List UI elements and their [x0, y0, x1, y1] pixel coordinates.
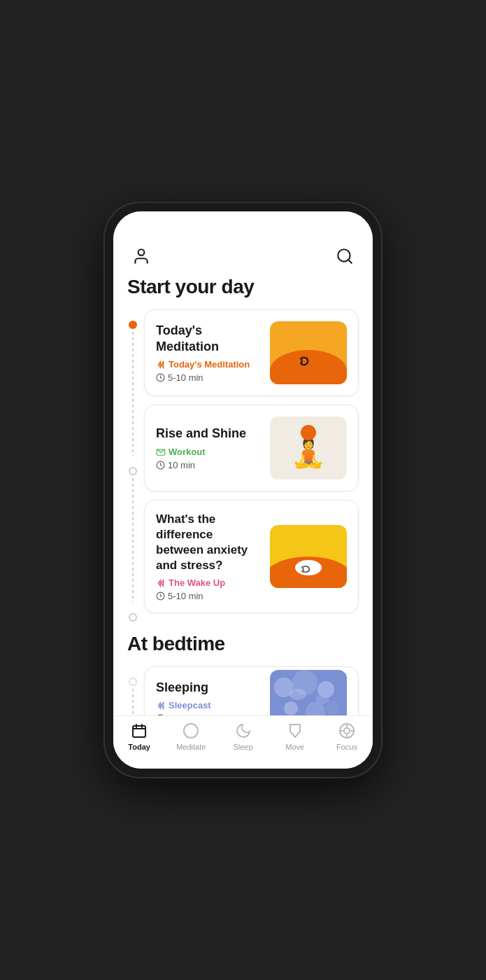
phone-screen: Start your day Today'sMeditation	[113, 211, 373, 769]
svg-point-19	[290, 689, 306, 700]
anxiety-card-meta: The Wake Up	[156, 578, 262, 588]
sleeping-card-image	[270, 670, 347, 715]
svg-point-22	[184, 724, 198, 738]
sleeping-card-title: Sleeping	[156, 680, 262, 696]
timeline-dot-2	[129, 467, 137, 475]
svg-point-16	[284, 701, 298, 715]
anxiety-category: The Wake Up	[169, 578, 225, 588]
meditate-icon	[182, 722, 200, 740]
anxiety-card-image	[270, 525, 347, 588]
search-button[interactable]	[334, 245, 356, 267]
scroll-content: Start your day Today'sMeditation	[113, 276, 373, 715]
svg-point-18	[326, 701, 340, 715]
bedtime-section: At bedtime Sleeping S	[127, 633, 359, 715]
anxiety-card-text: What's the difference between anxiety an…	[156, 512, 270, 601]
bedtime-title: At bedtime	[127, 633, 359, 655]
today-label: Today	[128, 743, 150, 751]
move-icon	[286, 722, 304, 740]
anxiety-face-icon	[295, 560, 322, 575]
meditation-card-meta: Today's Meditation	[156, 359, 262, 370]
meditation-card-image	[270, 321, 347, 384]
bottom-nav: Today Meditate Sleep	[113, 715, 373, 769]
anxiety-duration: 5-10 min	[156, 591, 262, 601]
rise-shine-card-title: Rise and Shine	[156, 426, 262, 442]
bedtime-timeline	[127, 666, 138, 715]
anxiety-card[interactable]: What's the difference between anxiety an…	[144, 500, 359, 613]
meditate-label: Meditate	[176, 743, 206, 751]
svg-marker-23	[290, 724, 300, 737]
today-icon	[130, 722, 148, 740]
meditation-card-text: Today'sMeditation Today's Meditation 5-1…	[156, 323, 270, 384]
sleep-label: Sleep	[233, 743, 252, 751]
timeline-dot-3	[129, 613, 137, 622]
meditation-card-title: Today'sMeditation	[156, 323, 262, 356]
status-bar	[113, 211, 373, 242]
rise-shine-card-meta: Workout	[156, 447, 262, 457]
start-day-title: Start your day	[127, 276, 359, 298]
top-nav	[113, 242, 373, 276]
svg-marker-10	[159, 702, 161, 708]
svg-point-20	[315, 694, 329, 704]
move-label: Move	[285, 743, 304, 751]
nav-sleep[interactable]: Sleep	[217, 722, 269, 751]
meditation-duration-text: 5-10 min	[168, 372, 203, 383]
nav-focus[interactable]: Focus	[321, 722, 373, 751]
bedtime-line	[132, 689, 134, 715]
sleep-icon	[234, 722, 252, 740]
rise-figure-icon: 🧘	[291, 437, 326, 470]
meditation-duration: 5-10 min	[156, 372, 262, 383]
bedtime-cards: Sleeping Sleepcast 5-10 min	[127, 666, 359, 715]
profile-button[interactable]	[130, 245, 152, 267]
nav-today[interactable]: Today	[113, 722, 165, 751]
nav-move[interactable]: Move	[269, 722, 321, 751]
timeline	[127, 309, 138, 622]
timeline-line-2	[132, 478, 134, 602]
rise-circle	[301, 425, 316, 440]
rise-shine-duration-text: 10 min	[168, 460, 195, 470]
meditation-card[interactable]: Today'sMeditation Today's Meditation 5-1…	[144, 309, 359, 396]
rise-shine-card[interactable]: Rise and Shine Workout 10 min	[144, 405, 359, 491]
timeline-line-1	[132, 332, 134, 456]
meditation-face-icon	[296, 354, 321, 372]
svg-rect-21	[133, 726, 145, 737]
phone-frame: Start your day Today'sMeditation	[105, 203, 381, 777]
rise-shine-category: Workout	[169, 447, 205, 457]
timeline-dot-1	[129, 321, 137, 329]
anxiety-card-title: What's the difference between anxiety an…	[156, 512, 262, 573]
rise-shine-card-text: Rise and Shine Workout 10 min	[156, 426, 270, 470]
svg-marker-3	[162, 362, 164, 368]
svg-marker-8	[162, 580, 164, 586]
svg-point-0	[138, 249, 145, 255]
anxiety-duration-text: 5-10 min	[168, 591, 203, 601]
rise-shine-card-image: 🧘	[270, 416, 347, 479]
meditation-category: Today's Meditation	[169, 359, 250, 370]
sleeping-category: Sleepcast	[169, 700, 211, 710]
svg-marker-2	[159, 362, 161, 368]
svg-marker-7	[159, 580, 161, 586]
bedtime-dot	[129, 678, 137, 686]
cards-col: Today'sMeditation Today's Meditation 5-1…	[144, 309, 359, 622]
nav-meditate[interactable]: Meditate	[165, 722, 217, 751]
sleeping-card-meta: Sleepcast	[156, 700, 262, 710]
svg-point-25	[344, 728, 350, 734]
start-day-section: Today'sMeditation Today's Meditation 5-1…	[127, 309, 359, 622]
focus-label: Focus	[336, 743, 357, 751]
focus-icon	[338, 722, 356, 740]
svg-marker-11	[162, 702, 164, 708]
rise-shine-duration: 10 min	[156, 460, 262, 470]
sleeping-card-text: Sleeping Sleepcast 5-10 min	[156, 680, 270, 715]
bedtime-cards-col: Sleeping Sleepcast 5-10 min	[144, 666, 359, 715]
sleeping-card[interactable]: Sleeping Sleepcast 5-10 min	[144, 666, 359, 715]
